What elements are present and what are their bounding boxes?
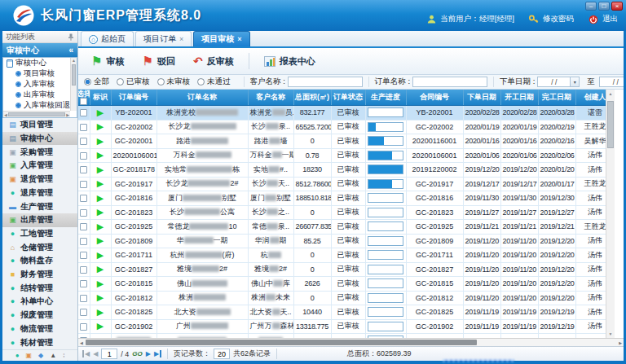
tree-item-出库审核[interactable]: 出库审核	[3, 90, 77, 100]
tree-horizontal-scrollbar[interactable]: ◀ ▶	[3, 111, 70, 117]
order-name-input[interactable]	[412, 77, 487, 87]
toolbar-button-审核[interactable]: ⚑审核	[83, 52, 132, 71]
row-checkbox[interactable]	[80, 195, 87, 202]
row-checkbox[interactable]	[80, 209, 87, 217]
table-row[interactable]: ▶GC-201902广州广州万森林13318.775已审核GC-20190220…	[78, 319, 606, 334]
sidebar-item-退货管理[interactable]: ▣退货管理	[2, 173, 77, 186]
row-checkbox[interactable]	[80, 223, 87, 230]
change-password-link[interactable]: 修改密码	[543, 14, 574, 24]
sidebar-item-报废管理[interactable]: ●报废管理	[2, 309, 77, 322]
scroll-thumb[interactable]	[72, 64, 76, 86]
radio-未通过[interactable]	[197, 78, 205, 86]
table-row[interactable]: ▶20200106001万科金万科金一期0.78已审核2020010600120…	[78, 148, 606, 163]
sidebar-item-采购管理[interactable]: ▣采购管理	[2, 145, 77, 159]
last-page-button[interactable]: ▶	[154, 350, 161, 357]
logout-link[interactable]: 退出	[602, 14, 618, 24]
column-header-订单编号[interactable]: 订单编号	[111, 90, 156, 106]
tree-item-入库审核回退[interactable]: 入库审核回退	[3, 100, 77, 111]
column-header-下单日期[interactable]: 下单日期	[463, 90, 500, 106]
radio-已审核[interactable]	[117, 78, 124, 86]
table-row[interactable]: ▶GC-202001路港路港墙0已审核202001160012020/01/16…	[78, 134, 606, 149]
sidebar-item-出库管理[interactable]: ▣出库管理	[2, 213, 77, 227]
sidebar-item-耗材管理[interactable]: ●耗材管理	[2, 335, 77, 349]
table-row[interactable]: ▶GC-201815佛山佛山中库2626已审核GC-2018152019/11/…	[78, 277, 606, 292]
more-icon[interactable]: ⁞	[63, 352, 64, 359]
row-checkbox[interactable]	[80, 295, 87, 302]
row-checkbox[interactable]	[80, 266, 87, 274]
table-row[interactable]: ▶GC-201823长沙公寓长沙之..0已审核GC-2018232019/11/…	[78, 205, 606, 220]
row-checkbox[interactable]	[80, 252, 87, 259]
column-header-开工日期[interactable]: 开工日期	[500, 90, 538, 106]
column-header-客户名称[interactable]: 客户名称	[248, 90, 293, 106]
sidebar-item-仓储管理[interactable]: ⌂仓储管理	[2, 240, 77, 254]
column-header-选择[interactable]: 选择	[78, 90, 90, 106]
dropdown-icon[interactable]: ▾	[570, 77, 579, 86]
tab-项目审核[interactable]: 项目审核×	[193, 31, 249, 46]
maximize-button[interactable]: □	[598, 2, 610, 11]
tree-vertical-scrollbar[interactable]: ▲	[70, 58, 77, 111]
table-row[interactable]: ▶GC-201917长沙龙2#长沙天..8512.78600..已审核GC-20…	[78, 177, 606, 191]
column-header-订单名称[interactable]: 订单名称	[156, 90, 248, 106]
row-checkbox[interactable]	[80, 280, 87, 287]
sidebar-item-项目管理[interactable]: ▤项目管理	[2, 118, 77, 132]
sidebar-item-工地管理[interactable]: ●工地管理	[2, 227, 77, 241]
row-checkbox[interactable]	[80, 109, 87, 116]
table-row[interactable]: ▶YB-202001株洲党校株洲党员..832.177已审核YB-2020012…	[78, 106, 606, 121]
table-row[interactable]: ▶GC-2018178实地常栋实地#..18230已审核201912200022…	[78, 163, 606, 178]
tab-起始页[interactable]: ⌂起始页	[81, 31, 134, 46]
row-checkbox[interactable]	[80, 238, 87, 245]
prev-page-button[interactable]: ◀	[93, 350, 98, 357]
table-row[interactable]: ▶GC-201825北大资北大资天..10440已审核GC-2018252019…	[78, 305, 606, 320]
sidebar-item-财务管理[interactable]: ■财务管理	[2, 268, 77, 282]
column-header-总面积(㎡)[interactable]: 总面积(㎡)	[293, 90, 331, 106]
scroll-thumb[interactable]	[86, 340, 477, 345]
column-header-完工日期[interactable]: 完工日期	[538, 90, 575, 106]
column-header-合同编号[interactable]: 合同编号	[406, 90, 463, 106]
sidebar-item-补单中心[interactable]: ●补单中心	[2, 295, 77, 309]
select-all-checkbox[interactable]	[80, 98, 87, 105]
sidebar-item-物流管理[interactable]: ●物流管理	[2, 322, 77, 336]
row-checkbox[interactable]	[80, 323, 87, 331]
cart-icon[interactable]: ▣	[25, 352, 32, 359]
table-row[interactable]: ▶GC-201816厦门别墅厦门别墅188510.818已审核GC-201816…	[78, 191, 606, 206]
row-checkbox[interactable]	[80, 124, 87, 131]
table-row[interactable]: ▶GC-201827雅境2#雅境2#0已审核GC-2018272019/11/2…	[78, 262, 606, 277]
sidebar-item-结转管理[interactable]: ●结转管理	[2, 281, 77, 295]
toolbar-button-反审核[interactable]: ↶反审核	[185, 51, 242, 71]
row-checkbox[interactable]	[80, 138, 87, 145]
toolbar-button-驳回[interactable]: ⚑驳回	[134, 52, 183, 71]
close-tab-icon[interactable]: ×	[179, 35, 183, 43]
column-header-创建人[interactable]: 创建人	[575, 90, 606, 106]
grid-vertical-scrollbar[interactable]: ▲ ▼	[606, 90, 615, 338]
table-row[interactable]: ▶GC-201812株洲株洲未来0已审核GC-2018122019/11/202…	[78, 291, 606, 305]
row-checkbox[interactable]	[80, 166, 87, 173]
table-row[interactable]: ▶GC-201711杭州(府)杭0已审核GC-2017112019/11/202…	[78, 248, 606, 263]
row-checkbox[interactable]	[80, 309, 87, 316]
sidebar-item-审核中心[interactable]: ▤审核中心	[2, 132, 77, 146]
order-date-input[interactable]: / / ▾	[537, 77, 580, 87]
sidebar-item-生产管理[interactable]: ▬生产管理	[2, 200, 77, 213]
order-date-end-input[interactable]: / / ▾	[599, 77, 624, 87]
toolbar-button-报表中心[interactable]: 报表中心	[256, 52, 324, 71]
sidebar-item-入库管理[interactable]: ▣入库管理	[2, 159, 77, 173]
page-size-input[interactable]	[214, 349, 230, 359]
sidebar-item-物料盘存[interactable]: ●物料盘存	[2, 254, 77, 268]
tab-项目订单[interactable]: 项目订单×	[135, 31, 192, 46]
radio-全部[interactable]	[84, 78, 91, 86]
next-page-button[interactable]: ▶	[146, 350, 151, 357]
row-checkbox[interactable]	[80, 152, 87, 160]
table-row[interactable]: ▶GC-201925常德龙10常德泉..266077.835..已审核GC-20…	[78, 220, 606, 235]
column-header-标识[interactable]: 标识	[90, 90, 111, 106]
table-row[interactable]: ▶GC-202002长沙龙长沙泉..65525.7200..已审核GC-2020…	[78, 120, 606, 134]
scroll-thumb[interactable]	[607, 101, 614, 148]
person-icon[interactable]: ▲	[50, 352, 56, 359]
tree-root[interactable]: 审核中心	[3, 58, 77, 68]
page-number-input[interactable]	[101, 349, 117, 359]
column-header-生产进度[interactable]: 生产进度	[365, 90, 406, 106]
go-button[interactable]: GO	[132, 350, 142, 357]
customer-name-input[interactable]	[288, 77, 363, 87]
tree-item-入库审核[interactable]: 入库审核	[3, 79, 77, 90]
row-checkbox[interactable]	[80, 181, 87, 188]
pin-icon[interactable]	[68, 33, 74, 41]
minimize-button[interactable]: –	[585, 2, 597, 11]
